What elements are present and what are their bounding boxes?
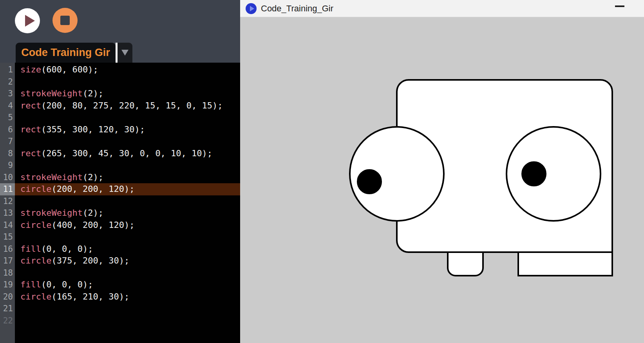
- sketch-tab-label: Code Training Gir: [21, 47, 110, 59]
- sketch-output-window: Code_Training_Gir: [240, 0, 644, 343]
- editor-line-12[interactable]: 12: [0, 195, 240, 208]
- editor-line-4[interactable]: 4rect(200, 80, 275, 220, 15, 15, 0, 15);: [0, 100, 240, 112]
- line-number: 9: [0, 159, 15, 172]
- code-text: [15, 159, 240, 172]
- line-number: 6: [0, 124, 15, 136]
- line-number: 11: [0, 183, 15, 195]
- line-number: 18: [0, 267, 15, 279]
- code-text: strokeWeight(2);: [15, 207, 240, 219]
- editor-line-22[interactable]: 22: [0, 315, 240, 327]
- code-text: circle(400, 200, 120);: [15, 219, 240, 231]
- editor-line-7[interactable]: 7: [0, 135, 240, 148]
- code-text: rect(200, 80, 275, 220, 15, 15, 0, 15);: [15, 100, 240, 112]
- line-number: 16: [0, 243, 15, 255]
- stop-icon: [60, 16, 70, 25]
- editor-line-13[interactable]: 13strokeWeight(2);: [0, 207, 240, 219]
- line-number: 15: [0, 231, 15, 243]
- line-number: 17: [0, 255, 15, 267]
- code-text: [15, 135, 240, 148]
- sketch-rect: [518, 252, 612, 276]
- editor-line-14[interactable]: 14circle(400, 200, 120);: [0, 219, 240, 231]
- line-number: 19: [0, 279, 15, 291]
- line-number: 20: [0, 291, 15, 303]
- editor-line-19[interactable]: 19fill(0, 0, 0);: [0, 279, 240, 291]
- sketch-canvas-svg: [240, 17, 644, 343]
- code-editor[interactable]: 1size(600, 600);23strokeWeight(2);4rect(…: [0, 63, 240, 343]
- code-text: [15, 112, 240, 124]
- window-app-icon: [246, 3, 257, 14]
- editor-line-5[interactable]: 5: [0, 112, 240, 124]
- code-text: circle(200, 200, 120);: [15, 183, 240, 195]
- editor-line-1[interactable]: 1size(600, 600);: [0, 64, 240, 76]
- code-text: strokeWeight(2);: [15, 172, 240, 184]
- line-number: 5: [0, 112, 15, 124]
- editor-line-3[interactable]: 3strokeWeight(2);: [0, 88, 240, 100]
- editor-line-8[interactable]: 8rect(265, 300, 45, 30, 0, 0, 10, 10);: [0, 148, 240, 160]
- code-text: strokeWeight(2);: [15, 88, 240, 100]
- line-number: 7: [0, 135, 15, 148]
- code-text: [15, 195, 240, 208]
- line-number: 13: [0, 207, 15, 219]
- code-text: circle(165, 210, 30);: [15, 291, 240, 303]
- stop-button[interactable]: [52, 8, 78, 33]
- line-number: 8: [0, 148, 15, 160]
- sketch-circle: [522, 162, 546, 186]
- minimize-button[interactable]: [615, 5, 624, 7]
- window-titlebar[interactable]: Code_Training_Gir: [240, 0, 644, 17]
- code-text: fill(0, 0, 0);: [15, 243, 240, 255]
- line-number: 12: [0, 195, 15, 208]
- line-number: 1: [0, 64, 15, 76]
- sketch-rect: [448, 252, 483, 276]
- editor-line-10[interactable]: 10strokeWeight(2);: [0, 172, 240, 184]
- tab-menu-button[interactable]: [118, 43, 132, 63]
- editor-line-11[interactable]: 11circle(200, 200, 120);: [0, 183, 240, 195]
- line-number: 3: [0, 88, 15, 100]
- code-text: rect(265, 300, 45, 30, 0, 0, 10, 10);: [15, 148, 240, 160]
- play-badge-icon: [250, 6, 254, 11]
- line-number: 4: [0, 100, 15, 112]
- code-text: [15, 303, 240, 315]
- editor-line-15[interactable]: 15: [0, 231, 240, 243]
- ide-pane: Code Training Gir 1size(600, 600);23stro…: [0, 0, 240, 343]
- line-number: 10: [0, 172, 15, 184]
- play-icon: [25, 15, 35, 27]
- editor-line-21[interactable]: 21: [0, 303, 240, 315]
- editor-line-16[interactable]: 16fill(0, 0, 0);: [0, 243, 240, 255]
- code-text: [15, 76, 240, 88]
- code-text: [15, 267, 240, 279]
- code-text: [15, 315, 240, 327]
- processing-ide-screen: Code Training Gir 1size(600, 600);23stro…: [0, 0, 644, 343]
- sketch-canvas: [240, 17, 644, 343]
- sketch-circle: [507, 127, 601, 221]
- code-text: circle(375, 200, 30);: [15, 255, 240, 267]
- sketch-tab[interactable]: Code Training Gir: [16, 43, 116, 63]
- code-text: size(600, 600);: [15, 64, 240, 76]
- chevron-down-icon: [121, 50, 128, 56]
- line-number: 21: [0, 303, 15, 315]
- editor-line-18[interactable]: 18: [0, 267, 240, 279]
- editor-line-6[interactable]: 6rect(355, 300, 120, 30);: [0, 124, 240, 136]
- run-button[interactable]: [15, 8, 40, 33]
- sketch-circle: [358, 170, 381, 193]
- editor-line-20[interactable]: 20circle(165, 210, 30);: [0, 291, 240, 303]
- code-text: fill(0, 0, 0);: [15, 279, 240, 291]
- code-text: rect(355, 300, 120, 30);: [15, 124, 240, 136]
- editor-line-17[interactable]: 17circle(375, 200, 30);: [0, 255, 240, 267]
- line-number: 2: [0, 76, 15, 88]
- code-text: [15, 231, 240, 243]
- line-number: 22: [0, 315, 15, 327]
- editor-line-9[interactable]: 9: [0, 159, 240, 172]
- editor-line-2[interactable]: 2: [0, 76, 240, 88]
- line-number: 14: [0, 219, 15, 231]
- window-title: Code_Training_Gir: [261, 0, 333, 17]
